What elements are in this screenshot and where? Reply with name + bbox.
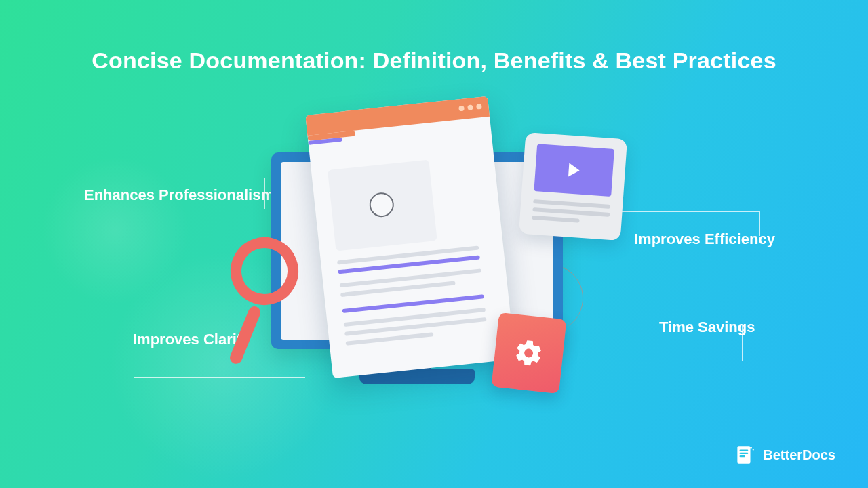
brand-name: BetterDocs — [763, 447, 835, 463]
window-dot — [476, 104, 482, 110]
svg-rect-1 — [740, 450, 749, 451]
video-card — [519, 132, 627, 241]
infographic-canvas: Concise Documentation: Definition, Benef… — [0, 0, 868, 488]
betterdocs-icon — [733, 443, 756, 466]
brand-logo: BetterDocs — [733, 443, 835, 466]
video-text-line — [532, 207, 610, 217]
svg-rect-2 — [740, 453, 749, 454]
window-dot — [467, 104, 473, 110]
callout-time-savings: Time Savings — [659, 319, 755, 336]
video-thumbnail — [534, 144, 614, 197]
svg-point-4 — [751, 447, 753, 449]
svg-rect-3 — [740, 455, 746, 457]
svg-point-5 — [753, 449, 754, 451]
callout-improves-clarity: Improves Clarity — [133, 331, 250, 348]
settings-card — [492, 312, 567, 394]
browser-titlebar — [305, 96, 490, 136]
gear-icon — [513, 337, 545, 369]
callout-enhances-professionalism: Enhances Professionalism — [84, 186, 274, 204]
play-icon — [568, 163, 580, 178]
video-text-line — [532, 216, 579, 223]
callout-improves-efficiency: Improves Efficiency — [634, 230, 775, 248]
document-icon — [305, 96, 515, 378]
connector-line — [590, 361, 743, 361]
page-title: Concise Documentation: Definition, Benef… — [0, 47, 868, 74]
video-text-line — [533, 199, 610, 209]
svg-rect-0 — [738, 446, 751, 464]
connector-line — [610, 211, 760, 212]
connector-line — [85, 178, 264, 178]
window-dot — [458, 106, 465, 112]
